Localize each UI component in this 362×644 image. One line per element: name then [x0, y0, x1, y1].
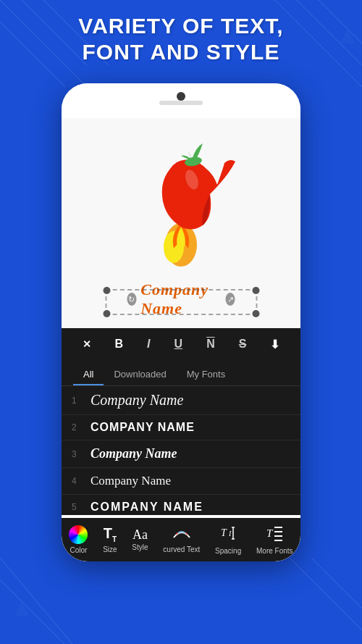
- svg-marker-12: [14, 601, 29, 616]
- download-button[interactable]: ⬇: [266, 335, 284, 354]
- handle-bottomright[interactable]: [252, 310, 259, 317]
- handle-topleft[interactable]: [103, 287, 110, 294]
- font-item-2-text: COMPANY NAME: [90, 421, 195, 434]
- header-title: VARIETY OF TEXT, FONT AND STYLE: [0, 13, 362, 65]
- close-button[interactable]: ✕: [78, 335, 96, 353]
- curved-text-tool[interactable]: curved Text: [163, 526, 200, 553]
- font-item-3[interactable]: 3 Company Name: [62, 440, 300, 468]
- font-item-5-text: COMPANY NAME: [90, 501, 203, 514]
- svg-text:T: T: [266, 527, 274, 539]
- font-tabs: All Downloaded My Fonts: [62, 360, 300, 386]
- font-item-1-text: Company Name: [90, 392, 183, 409]
- style-label: Style: [132, 543, 148, 551]
- color-label: Color: [70, 546, 87, 554]
- font-item-4[interactable]: 4 Company Name: [62, 468, 300, 495]
- text-selection-container[interactable]: ↻ Company Name ↗: [122, 277, 241, 321]
- more-fonts-icon: T: [265, 524, 284, 545]
- font-item-2[interactable]: 2 COMPANY NAME: [62, 415, 300, 440]
- bottom-toolbar: Color TT Size Aa Style: [62, 518, 300, 561]
- curved-text-label: curved Text: [163, 545, 200, 553]
- style-tool[interactable]: Aa Style: [132, 528, 148, 551]
- tab-all[interactable]: All: [73, 364, 104, 385]
- canvas-text-row: ↻ Company Name ↗: [122, 277, 241, 321]
- format-toolbar: ✕ B I U N S ⬇: [62, 328, 300, 360]
- spacing-tool[interactable]: T I Spacing: [215, 524, 241, 555]
- bold-button[interactable]: B: [111, 335, 128, 354]
- rotate-handle[interactable]: ↻: [127, 293, 137, 306]
- curved-text-icon: [172, 526, 191, 543]
- tab-my-fonts[interactable]: My Fonts: [177, 364, 235, 385]
- svg-text:T: T: [221, 527, 227, 538]
- handle-topright[interactable]: [252, 287, 259, 294]
- more-fonts-tool[interactable]: T More Fonts: [256, 524, 293, 555]
- font-list: 1 Company Name 2 COMPANY NAME 3 Company …: [62, 386, 300, 515]
- overline-button[interactable]: N: [202, 335, 219, 354]
- canvas-area: ↻ Company Name ↗: [62, 118, 300, 328]
- italic-button[interactable]: I: [143, 335, 154, 354]
- style-icon: Aa: [132, 528, 148, 541]
- strikethrough-button[interactable]: S: [235, 335, 251, 354]
- svg-line-8: [0, 580, 64, 644]
- underline-button[interactable]: U: [170, 335, 188, 354]
- scale-handle[interactable]: ↗: [226, 293, 235, 306]
- handle-bottomleft[interactable]: [103, 310, 110, 317]
- font-item-4-text: Company Name: [90, 474, 171, 488]
- svg-text:I: I: [228, 530, 232, 538]
- phone-screen: ↻ Company Name ↗ ✕ B I U N S ⬇ All Downl…: [62, 118, 300, 561]
- size-icon: TT: [104, 526, 117, 543]
- spacing-icon: T I: [219, 524, 237, 545]
- size-tool[interactable]: TT Size: [103, 526, 117, 553]
- canvas-text[interactable]: Company Name: [140, 280, 222, 318]
- size-label: Size: [103, 545, 117, 553]
- phone-top-bar: [62, 83, 300, 118]
- spacing-label: Spacing: [215, 547, 241, 555]
- phone-speaker: [159, 101, 203, 105]
- font-item-5[interactable]: 5 COMPANY NAME: [62, 495, 300, 515]
- color-wheel-icon: [69, 525, 88, 544]
- svg-line-7: [0, 558, 72, 644]
- logo-preview: [123, 133, 239, 277]
- tab-downloaded[interactable]: Downloaded: [104, 364, 176, 385]
- svg-line-10: [311, 558, 362, 609]
- more-fonts-label: More Fonts: [256, 547, 293, 555]
- phone-mockup: ↻ Company Name ↗ ✕ B I U N S ⬇ All Downl…: [62, 83, 300, 561]
- font-item-3-text: Company Name: [90, 446, 177, 461]
- color-tool[interactable]: Color: [69, 525, 88, 554]
- phone-camera: [177, 92, 185, 101]
- font-item-1[interactable]: 1 Company Name: [62, 386, 300, 415]
- svg-line-9: [290, 558, 362, 630]
